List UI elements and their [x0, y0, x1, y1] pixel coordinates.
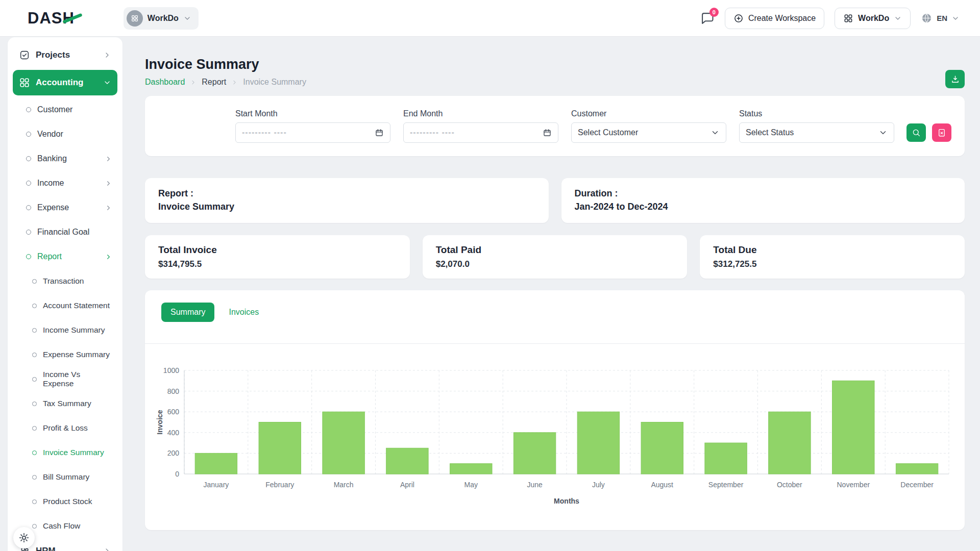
circle-icon: [32, 499, 37, 504]
sidebar-item-vendor[interactable]: Vendor: [13, 122, 117, 146]
calendar-icon: [543, 128, 552, 137]
sidebar-item-projects[interactable]: Projects: [13, 42, 117, 68]
bar-october[interactable]: [769, 412, 811, 474]
grid-icon: [19, 77, 30, 88]
svg-text:December: December: [900, 481, 934, 489]
chevron-right-icon: [103, 51, 111, 59]
customer-field: Customer Select Customer: [571, 109, 726, 143]
customer-select[interactable]: Select Customer: [571, 122, 726, 143]
sidebar-item-product-stock[interactable]: Product Stock: [13, 489, 117, 514]
x-axis-title: Months: [554, 497, 579, 505]
bar-august[interactable]: [641, 422, 683, 474]
stats-row: Total Invoice$314,795.5Total Paid$2,070.…: [145, 235, 965, 279]
search-button[interactable]: [906, 123, 926, 142]
status-select[interactable]: Select Status: [739, 122, 894, 143]
end-month-input[interactable]: --------- ----: [403, 122, 558, 143]
sidebar-item-expense[interactable]: Expense: [13, 195, 117, 220]
sidebar-item-income[interactable]: Income: [13, 171, 117, 195]
duration-info-card: Duration : Jan-2024 to Dec-2024: [561, 178, 965, 223]
start-month-field: Start Month --------- ----: [235, 109, 390, 143]
customer-label: Customer: [571, 109, 726, 118]
download-icon: [950, 74, 960, 84]
account-menu-button[interactable]: WorkDo: [835, 8, 911, 29]
page-title: Invoice Summary: [145, 57, 965, 72]
reset-button[interactable]: [932, 123, 951, 142]
messages-button[interactable]: 0: [700, 11, 715, 26]
clipboard-check-icon: [19, 49, 30, 61]
bar-april[interactable]: [386, 448, 428, 474]
circle-icon: [32, 304, 37, 308]
sidebar: ProjectsAccountingCustomerVendorBankingI…: [8, 37, 122, 551]
sidebar-item-customer[interactable]: Customer: [13, 97, 117, 122]
bar-january[interactable]: [195, 453, 237, 474]
svg-text:January: January: [203, 481, 229, 489]
sidebar-item-label: Income Summary: [43, 325, 105, 335]
svg-text:October: October: [777, 481, 802, 489]
settings-fab[interactable]: [13, 527, 35, 548]
calendar-icon: [375, 128, 384, 137]
sidebar-item-invoice-summary[interactable]: Invoice Summary: [13, 440, 117, 465]
search-icon: [912, 128, 921, 137]
chevron-right-icon: [105, 180, 112, 187]
chevron-down-icon: [951, 14, 960, 22]
sidebar-item-label: Expense: [37, 203, 69, 212]
chart-tabs: SummaryInvoices: [145, 303, 965, 322]
bar-september[interactable]: [705, 443, 747, 474]
bar-november[interactable]: [832, 381, 874, 474]
sidebar-item-expense-summary[interactable]: Expense Summary: [13, 342, 117, 367]
circle-icon: [26, 156, 31, 161]
svg-text:600: 600: [167, 408, 180, 416]
bar-march[interactable]: [323, 412, 364, 474]
sidebar-item-label: Banking: [37, 154, 67, 163]
sidebar-item-bill-summary[interactable]: Bill Summary: [13, 465, 117, 489]
tab-summary[interactable]: Summary: [161, 303, 214, 322]
app-logo[interactable]: DASH: [28, 9, 75, 28]
bar-december[interactable]: [896, 464, 938, 474]
svg-text:February: February: [265, 481, 294, 489]
sidebar-item-label: Income Vs Expense: [43, 370, 112, 388]
bar-july[interactable]: [577, 412, 619, 474]
sidebar-item-financial-goal[interactable]: Financial Goal: [13, 220, 117, 244]
tab-invoices[interactable]: Invoices: [219, 303, 268, 322]
breadcrumb-report: Report: [202, 78, 226, 87]
sidebar-item-income-summary[interactable]: Income Summary: [13, 318, 117, 342]
messages-badge: 0: [709, 8, 719, 17]
chevron-down-icon: [710, 128, 720, 137]
bar-february[interactable]: [259, 422, 301, 474]
bar-june[interactable]: [513, 433, 555, 474]
svg-text:1000: 1000: [163, 366, 179, 374]
chevron-right-icon: [103, 547, 111, 551]
status-label: Status: [739, 109, 894, 118]
sidebar-item-label: Invoice Summary: [43, 448, 104, 457]
stat-label: Total Invoice: [158, 244, 397, 256]
sidebar-item-income-vs-expense[interactable]: Income Vs Expense: [13, 367, 117, 391]
svg-text:June: June: [527, 481, 543, 489]
chevron-right-icon: [105, 155, 112, 163]
sidebar-item-label: Financial Goal: [37, 228, 89, 237]
sidebar-item-account-statement[interactable]: Account Statement: [13, 293, 117, 318]
sidebar-item-label: Expense Summary: [43, 350, 110, 359]
duration-value: Jan-2024 to Dec-2024: [575, 202, 952, 212]
download-button[interactable]: [945, 70, 965, 88]
svg-text:August: August: [651, 481, 673, 489]
create-workspace-button[interactable]: Create Workspace: [725, 8, 824, 29]
sidebar-item-accounting[interactable]: Accounting: [13, 70, 117, 95]
bar-may[interactable]: [450, 464, 492, 474]
svg-text:November: November: [837, 481, 870, 489]
language-selector[interactable]: EN: [921, 12, 960, 24]
start-month-input[interactable]: --------- ----: [235, 122, 390, 143]
sidebar-item-transaction[interactable]: Transaction: [13, 269, 117, 293]
sidebar-item-profit-loss[interactable]: Profit & Loss: [13, 416, 117, 440]
sidebar-item-label: Income: [37, 179, 64, 188]
breadcrumb-dashboard[interactable]: Dashboard: [145, 78, 185, 87]
sidebar-item-report[interactable]: Report: [13, 244, 117, 269]
svg-text:March: March: [334, 481, 354, 489]
workspace-selector[interactable]: WorkDo: [124, 7, 199, 30]
sidebar-item-banking[interactable]: Banking: [13, 146, 117, 171]
gear-icon: [18, 532, 30, 543]
header-actions: 0 Create Workspace WorkDo EN: [700, 8, 960, 29]
sidebar-item-tax-summary[interactable]: Tax Summary: [13, 391, 117, 416]
circle-icon: [32, 450, 37, 455]
filter-actions: [906, 123, 951, 142]
circle-icon: [26, 181, 31, 186]
